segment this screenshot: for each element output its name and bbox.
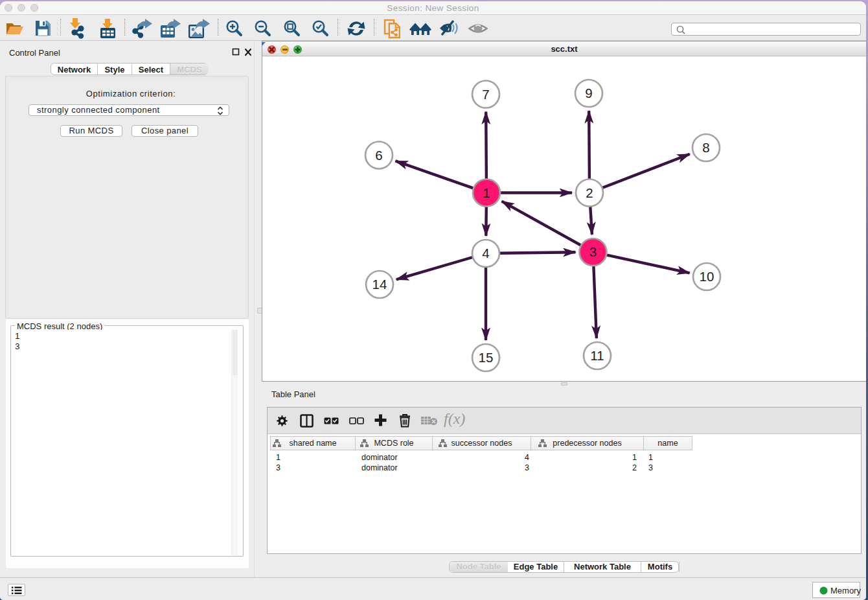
svg-text:3: 3 (589, 244, 597, 259)
svg-text:4: 4 (482, 246, 489, 260)
svg-text:8: 8 (702, 140, 709, 155)
svg-text:2: 2 (586, 185, 593, 200)
svg-text:7: 7 (482, 87, 489, 102)
svg-text:15: 15 (479, 350, 494, 365)
svg-text:9: 9 (585, 86, 592, 100)
svg-text:14: 14 (372, 277, 387, 292)
svg-text:10: 10 (700, 269, 714, 284)
svg-text:11: 11 (590, 348, 604, 363)
svg-text:1: 1 (483, 185, 490, 200)
svg-text:6: 6 (375, 148, 382, 163)
